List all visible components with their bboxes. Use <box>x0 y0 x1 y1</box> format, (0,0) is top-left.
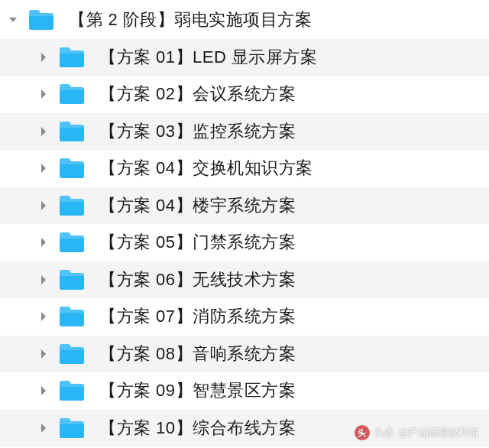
tree-row[interactable]: 【方案 04】交换机知识方案 <box>0 150 489 187</box>
folder-icon <box>28 6 55 34</box>
chevron-right-icon[interactable] <box>37 347 50 361</box>
folder-icon <box>58 377 86 404</box>
toutiao-logo-icon: 头 <box>355 425 370 440</box>
folder-icon <box>58 80 86 108</box>
folder-icon <box>58 303 86 330</box>
tree-row[interactable]: 【方案 06】无线技术方案 <box>0 261 489 299</box>
tree-row-label: 【方案 01】LED 显示屏方案 <box>99 46 318 69</box>
chevron-right-icon[interactable] <box>37 161 50 175</box>
folder-icon <box>58 154 86 182</box>
tree-row-label: 【方案 02】会议系统方案 <box>99 83 296 106</box>
tree-row-label: 【方案 06】无线技术方案 <box>99 268 296 291</box>
tree-row-label: 【方案 09】智慧景区方案 <box>99 379 296 402</box>
tree-row[interactable]: 【方案 05】门禁系统方案 <box>0 224 489 261</box>
folder-icon <box>58 118 86 145</box>
folder-icon <box>58 414 86 442</box>
watermark: 头 头条 @产品经理资料馆 <box>355 425 478 440</box>
tree-row-label: 【方案 07】消防系统方案 <box>99 305 296 328</box>
chevron-right-icon[interactable] <box>37 50 50 64</box>
tree-row[interactable]: 【方案 02】会议系统方案 <box>0 76 489 113</box>
folder-icon <box>58 266 86 294</box>
tree-row-label: 【方案 04】交换机知识方案 <box>99 157 313 180</box>
tree-row-label: 【方案 10】综合布线方案 <box>99 417 296 440</box>
chevron-down-icon[interactable] <box>6 13 20 27</box>
chevron-right-icon[interactable] <box>37 235 50 249</box>
chevron-right-icon[interactable] <box>37 87 50 101</box>
tree-row[interactable]: 【方案 04】楼宇系统方案 <box>0 187 489 225</box>
watermark-handle: @产品经理资料馆 <box>399 426 478 440</box>
tree-row[interactable]: 【方案 08】音响系统方案 <box>0 336 489 373</box>
tree-row[interactable]: 【方案 07】消防系统方案 <box>0 298 489 336</box>
folder-icon <box>58 340 86 368</box>
tree-row-label: 【方案 05】门禁系统方案 <box>99 231 296 254</box>
tree-row-label: 【方案 03】监控系统方案 <box>99 120 296 143</box>
folder-icon <box>58 229 86 256</box>
folder-tree: 【第 2 阶段】弱电实施项目方案 【方案 01】LED 显示屏方案 【方案 02… <box>0 0 489 448</box>
tree-row[interactable]: 【方案 03】监控系统方案 <box>0 113 489 151</box>
folder-icon <box>58 192 86 219</box>
chevron-right-icon[interactable] <box>37 199 50 213</box>
chevron-right-icon[interactable] <box>37 310 50 323</box>
chevron-right-icon[interactable] <box>37 273 50 287</box>
tree-row-label: 【第 2 阶段】弱电实施项目方案 <box>69 8 312 31</box>
chevron-right-icon[interactable] <box>37 421 50 435</box>
watermark-prefix: 头条 <box>374 426 394 440</box>
tree-row[interactable]: 【方案 01】LED 显示屏方案 <box>0 39 489 76</box>
chevron-right-icon[interactable] <box>37 125 50 138</box>
tree-row-root[interactable]: 【第 2 阶段】弱电实施项目方案 <box>0 2 489 39</box>
tree-row[interactable]: 【方案 09】智慧景区方案 <box>0 372 489 410</box>
tree-row-label: 【方案 08】音响系统方案 <box>99 342 296 365</box>
tree-row-label: 【方案 04】楼宇系统方案 <box>99 194 296 217</box>
chevron-right-icon[interactable] <box>37 384 50 398</box>
folder-icon <box>58 44 86 71</box>
